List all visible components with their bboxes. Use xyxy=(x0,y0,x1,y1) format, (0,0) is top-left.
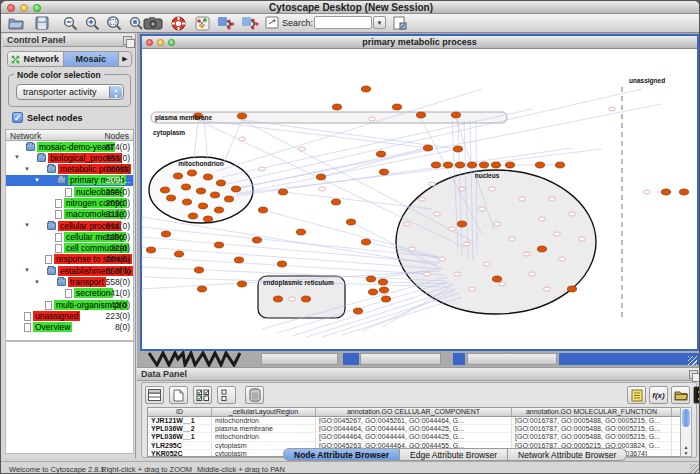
graph-node[interactable] xyxy=(505,162,514,168)
zoom-fit-button[interactable] xyxy=(105,15,123,31)
table-row-2[interactable]: YPL036W__1mitochondrion[GO:0044464, GO:0… xyxy=(148,433,682,441)
tree-row-0[interactable]: mosaic-demo-yeast874(0) xyxy=(6,141,133,152)
graph-node[interactable] xyxy=(392,104,401,110)
graph-node-label[interactable] xyxy=(579,237,586,241)
advanced-search-button[interactable] xyxy=(391,15,409,31)
column-header-2[interactable]: annotation.GO CELLULAR_COMPONENT xyxy=(316,408,512,416)
graph-node[interactable] xyxy=(181,184,190,190)
graph-node-label[interactable] xyxy=(609,107,616,111)
graph-edge[interactable] xyxy=(242,120,458,149)
graph-node[interactable] xyxy=(381,296,390,302)
table-cell[interactable]: [GO:0045267, GO:0045261, GO:0044464, G..… xyxy=(316,417,512,424)
graph-node[interactable] xyxy=(361,239,370,245)
graph-node-label[interactable] xyxy=(499,282,506,286)
graph-node-label[interactable] xyxy=(449,227,456,231)
graph-node[interactable] xyxy=(416,112,425,118)
graph-node[interactable] xyxy=(376,151,385,157)
attr-tab-1[interactable]: Edge Attribute Browser xyxy=(400,448,508,461)
graph-node-label[interactable] xyxy=(239,137,246,141)
new-attribute-button[interactable] xyxy=(169,386,188,404)
graph-node[interactable] xyxy=(224,196,233,202)
column-header-1[interactable]: _cellularLayoutRegion xyxy=(212,408,316,416)
graph-node[interactable] xyxy=(537,246,546,252)
graph-node-label[interactable] xyxy=(544,287,551,291)
attr-tab-0[interactable]: Node Attribute Browser xyxy=(283,448,400,461)
expander-triangle-icon[interactable]: ▼ xyxy=(34,279,40,285)
annotation-button[interactable] xyxy=(263,15,281,31)
graph-edge[interactable] xyxy=(382,287,451,327)
tree-row-8[interactable]: cellular metabo209(0) xyxy=(6,231,133,242)
float-data-panel-icon[interactable] xyxy=(689,370,698,379)
graph-node[interactable] xyxy=(197,286,206,292)
minimized-window-bar[interactable] xyxy=(360,353,441,365)
graph-node[interactable] xyxy=(301,296,310,302)
tree-row-16[interactable]: Overview8(0) xyxy=(6,322,133,333)
graph-node[interactable] xyxy=(273,296,282,302)
network-canvas[interactable]: plasma membranecytoplasmmitochondrionnuc… xyxy=(142,49,697,349)
graph-node-label[interactable] xyxy=(479,207,486,211)
graph-node[interactable] xyxy=(174,251,183,257)
graph-node[interactable] xyxy=(443,162,452,168)
graph-node[interactable] xyxy=(166,195,175,201)
minimized-window-bar[interactable] xyxy=(467,353,557,365)
tree-row-label[interactable]: mosaic-demo-yeast xyxy=(37,142,115,152)
graph-node[interactable] xyxy=(203,174,212,180)
graph-node[interactable] xyxy=(231,186,240,192)
graph-node[interactable] xyxy=(431,162,440,168)
network-window-titlebar[interactable]: primary metabolic process xyxy=(142,36,697,49)
statusbar-resize-grip[interactable] xyxy=(690,464,700,474)
graph-node[interactable] xyxy=(535,162,544,168)
graph-node[interactable] xyxy=(173,173,182,179)
graph-node-label[interactable] xyxy=(549,197,556,201)
table-cell[interactable]: YPL036W__2 xyxy=(148,425,212,432)
tree-row-10[interactable]: response to stimulu264(0) xyxy=(6,254,133,265)
graph-node[interactable] xyxy=(316,174,325,180)
graph-node-label[interactable] xyxy=(429,182,436,186)
graph-node-label[interactable] xyxy=(519,197,526,201)
attribute-list-button[interactable] xyxy=(627,386,646,404)
save-session-button[interactable] xyxy=(33,15,51,31)
graph-node[interactable] xyxy=(451,112,460,118)
graph-edge[interactable] xyxy=(204,120,208,161)
graph-node[interactable] xyxy=(555,162,564,168)
zoom-out-button[interactable] xyxy=(61,15,79,31)
scrollbar-thumb[interactable] xyxy=(682,409,690,427)
table-cell[interactable]: YLR295C xyxy=(148,442,212,449)
minimized-window-bar[interactable] xyxy=(261,353,338,365)
graph-node-label[interactable] xyxy=(424,272,431,276)
graph-node[interactable] xyxy=(457,221,466,227)
table-cell[interactable]: [GO:0016787, GO:0005488, GO:0005215, G..… xyxy=(512,433,672,440)
graph-node-label[interactable] xyxy=(404,222,411,226)
graph-node-label[interactable] xyxy=(524,252,531,256)
graph-node[interactable] xyxy=(203,216,212,222)
attr-tab-2[interactable]: Network Attribute Browser xyxy=(508,448,627,461)
graph-node-label[interactable] xyxy=(299,147,306,151)
table-cell[interactable]: mitochondrion xyxy=(212,417,316,424)
graph-edge[interactable] xyxy=(222,120,242,167)
graph-edge[interactable] xyxy=(194,120,198,159)
graph-node[interactable] xyxy=(379,287,388,293)
graph-node[interactable] xyxy=(567,286,576,292)
attribute-matrix-button[interactable] xyxy=(693,386,700,404)
resize-grip-icon[interactable] xyxy=(688,356,697,365)
graph-node-label[interactable] xyxy=(409,247,416,251)
graph-edge[interactable] xyxy=(198,120,428,148)
float-panel-icon[interactable] xyxy=(123,36,132,45)
graph-node-label[interactable] xyxy=(509,237,516,241)
graph-node[interactable] xyxy=(277,261,286,267)
table-row-0[interactable]: YJR121W__1mitochondrion[GO:0045267, GO:0… xyxy=(148,417,682,425)
tree-row-5[interactable]: nitrogen compo209(0) xyxy=(6,197,133,208)
graph-node[interactable] xyxy=(378,279,387,285)
graph-node[interactable] xyxy=(368,289,377,295)
graph-node[interactable] xyxy=(379,169,388,175)
graph-node[interactable] xyxy=(214,242,223,248)
graph-node[interactable] xyxy=(214,207,223,213)
graph-node[interactable] xyxy=(453,146,462,152)
tab-mosaic[interactable]: Mosaic xyxy=(64,52,120,66)
graph-node-label[interactable] xyxy=(289,297,296,301)
nucleus-region[interactable] xyxy=(396,170,596,314)
graph-node[interactable] xyxy=(353,308,362,314)
graph-node[interactable] xyxy=(188,213,197,219)
graph-edge[interactable] xyxy=(342,297,462,335)
graph-node-label[interactable] xyxy=(454,272,461,276)
